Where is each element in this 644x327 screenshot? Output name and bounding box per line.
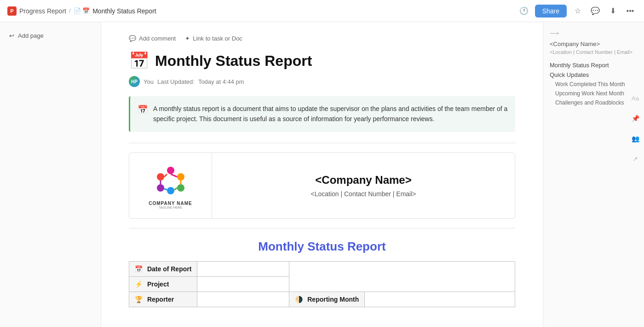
divider-2 [129,228,515,228]
main-layout: ↩ Add page 💬 Add comment ✦ Link to task … [0,22,644,327]
add-page-label: Add page [18,32,44,39]
divider-1 [129,143,515,143]
callout-text: A monthly status report is a document th… [153,104,508,124]
logo-tagline: TAGLINE HERE [159,206,182,209]
title-icon: 📅 [129,51,150,70]
pin-icon[interactable]: 📌 [629,112,641,124]
company-name-placeholder: <Company Name> [315,174,411,187]
right-sidebar-header: ⟶ [550,29,638,37]
logo-company-name: COMPANY NAME [149,201,192,206]
doc-actions: 💬 Add comment ✦ Link to task or Doc [129,33,515,44]
link-icon: ✦ [185,35,190,42]
svg-point-3 [167,187,174,194]
reporting-month-label: 🌗 Reporting Month [289,292,365,307]
svg-line-8 [174,188,177,190]
company-info-section: <Company Name> <Location | Contact Numbe… [212,164,515,207]
comment-button[interactable]: 💬 [589,5,602,18]
add-page-icon: ↩ [9,32,14,39]
doc-meta: HP You Last Updated: Today at 4:44 pm [129,76,515,87]
link-task-label: Link to task or Doc [193,35,242,42]
sidebar-nav-upcoming-work[interactable]: Upcoming Work Next Month [550,89,638,98]
page-title: Monthly Status Report [155,53,312,70]
meta-user: You [144,78,154,85]
reporter-label: 🏆 Reporter [129,292,197,307]
left-sidebar: ↩ Add page [0,22,101,327]
app-icon: P [7,6,17,16]
table-row: ⚡ Project [129,276,515,292]
project-label: ⚡ Project [129,276,197,292]
reporter-icon: 🏆 [135,296,143,303]
project-value[interactable] [197,276,289,292]
svg-point-0 [167,167,174,174]
svg-line-6 [171,174,177,177]
reporter-value[interactable] [197,292,289,307]
sidebar-nav-work-completed[interactable]: Work Completed This Month [550,80,638,89]
svg-line-11 [164,174,167,177]
meta-updated: Last Updated: [157,78,195,85]
users-icon[interactable]: 👥 [629,133,641,145]
company-logo-svg [152,162,189,199]
date-of-report-value[interactable] [197,261,289,276]
section-title: Monthly Status Report [129,239,515,254]
add-comment-button[interactable]: 💬 Add comment [129,33,176,44]
company-details-placeholder: <Location | Contact Number | Email> [310,190,416,198]
breadcrumb-doc-name: Monthly Status Report [92,7,156,15]
callout-block: 📅 A monthly status report is a document … [129,96,515,132]
avatar: HP [129,76,140,87]
add-comment-label: Add comment [139,35,176,42]
svg-point-5 [157,173,164,181]
export-button[interactable]: ⬇ [606,5,619,18]
breadcrumb-app-name: Progress Report [19,7,66,15]
reporting-month-value[interactable] [365,292,515,307]
topbar: P Progress Report / 📄 📅 Monthly Status R… [0,0,644,22]
meta-time: Today at 4:44 pm [198,78,244,85]
svg-point-4 [157,184,164,192]
svg-point-2 [177,184,184,192]
history-button[interactable]: 🕐 [518,5,530,18]
reporting-month-icon: 🌗 [295,296,303,303]
breadcrumb-separator: / [69,7,71,14]
font-size-icon[interactable]: Aa [629,92,641,104]
right-sidebar: ⟶ <Company Name> <Location | Contact Num… [543,22,644,327]
sidebar-nav-quick-updates[interactable]: Quick Updates [550,70,638,80]
date-of-report-label: 📅 Date of Report [129,261,197,276]
report-table: 📅 Date of Report ⚡ Project 🏆 Reporte [129,261,515,307]
date-icon: 📅 [135,265,143,273]
collapse-icon[interactable]: ⟶ [550,29,559,37]
callout-icon: 📅 [138,105,148,115]
table-row: 🏆 Reporter 🌗 Reporting Month [129,292,515,307]
share-right-icon[interactable]: ↗ [629,153,641,165]
table-row: 📅 Date of Report [129,261,515,276]
topbar-right: 🕐 Share ☆ 💬 ⬇ ••• [518,5,637,18]
add-page-button[interactable]: ↩ Add page [6,29,47,42]
sidebar-nav: Monthly Status Report Quick Updates Work… [550,60,638,107]
content-area: 💬 Add comment ✦ Link to task or Doc 📅 Mo… [101,22,543,327]
star-button[interactable]: ☆ [571,5,584,18]
doc-type-icon: 📄 📅 [74,7,90,14]
sidebar-nav-monthly-status[interactable]: Monthly Status Report [550,60,638,70]
project-icon: ⚡ [135,280,143,288]
link-task-button[interactable]: ✦ Link to task or Doc [185,33,242,44]
sidebar-nav-challenges[interactable]: Challenges and Roadblocks [550,98,638,107]
comment-icon: 💬 [129,35,136,42]
sidebar-location: <Location | Contact Number | Email> [550,49,638,55]
more-button[interactable]: ••• [624,5,637,18]
svg-point-1 [177,173,184,181]
doc-title: 📅 Monthly Status Report [129,51,515,70]
svg-line-9 [164,189,167,190]
share-button[interactable]: Share [535,5,567,18]
company-logo-section: COMPANY NAME TAGLINE HERE [129,153,212,218]
breadcrumb: P Progress Report / 📄 📅 Monthly Status R… [7,6,156,16]
company-card: COMPANY NAME TAGLINE HERE <Company Name>… [129,152,515,219]
sidebar-company-name: <Company Name> [550,41,638,47]
